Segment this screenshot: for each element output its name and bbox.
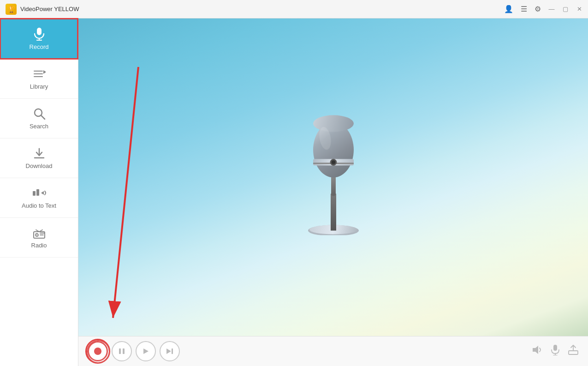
- maximize-button[interactable]: ▢: [562, 6, 569, 12]
- svg-rect-11: [36, 189, 39, 196]
- sidebar-label-search: Search: [30, 123, 48, 130]
- sidebar-label-radio: Radio: [31, 242, 47, 249]
- sidebar-item-library[interactable]: Library: [0, 59, 78, 99]
- title-bar-left: 🏆 VideoPower YELLOW: [6, 4, 79, 15]
- sidebar-item-radio[interactable]: Radio: [0, 218, 78, 258]
- svg-rect-34: [172, 348, 173, 354]
- pause-icon: [118, 348, 125, 355]
- sidebar-label-library: Library: [30, 83, 48, 90]
- microphone2-icon[interactable]: [550, 344, 560, 358]
- search-icon: [33, 107, 46, 120]
- svg-rect-36: [553, 345, 557, 351]
- controls-bar: [78, 336, 588, 366]
- svg-line-8: [41, 115, 45, 119]
- microphone-icon: [32, 27, 46, 41]
- volume-icon[interactable]: [532, 345, 543, 358]
- play-button[interactable]: [136, 341, 156, 361]
- audio-to-text-icon: [32, 186, 47, 199]
- svg-rect-19: [331, 194, 336, 231]
- svg-point-25: [332, 161, 335, 164]
- content-background: [78, 18, 588, 336]
- svg-rect-30: [119, 348, 121, 354]
- right-controls: [532, 344, 579, 358]
- sidebar-label-audio-to-text: Audio to Text: [22, 202, 56, 209]
- minimize-button[interactable]: —: [548, 6, 555, 12]
- skip-button[interactable]: [160, 341, 180, 361]
- sidebar: Record Library Search: [0, 18, 78, 366]
- record-button[interactable]: [88, 341, 108, 361]
- svg-line-29: [113, 67, 138, 318]
- svg-rect-0: [37, 28, 42, 35]
- svg-point-14: [36, 234, 37, 235]
- close-button[interactable]: ✕: [576, 6, 582, 12]
- main-container: Record Library Search: [0, 18, 588, 366]
- user-icon[interactable]: 👤: [504, 5, 513, 13]
- svg-marker-6: [43, 70, 46, 74]
- settings-icon[interactable]: ⚙: [535, 5, 541, 13]
- sidebar-item-record[interactable]: Record: [0, 18, 78, 59]
- play-icon: [142, 348, 149, 355]
- sidebar-item-search[interactable]: Search: [0, 99, 78, 138]
- sidebar-item-download[interactable]: Download: [0, 138, 78, 178]
- sidebar-label-record: Record: [30, 43, 49, 50]
- svg-marker-33: [166, 348, 171, 354]
- list-icon[interactable]: ☰: [521, 5, 527, 13]
- svg-rect-31: [123, 348, 125, 354]
- record-dot: [94, 348, 101, 355]
- microphone-illustration: [292, 88, 375, 237]
- svg-point-26: [313, 115, 354, 132]
- svg-marker-32: [143, 348, 148, 354]
- title-bar: 🏆 VideoPower YELLOW 👤 ☰ ⚙ — ▢ ✕: [0, 0, 588, 18]
- pause-button[interactable]: [112, 341, 132, 361]
- skip-icon: [166, 348, 174, 355]
- download-icon: [33, 147, 46, 160]
- content-area: [78, 18, 588, 366]
- export-icon[interactable]: [568, 344, 579, 358]
- radio-icon: [32, 226, 46, 239]
- sidebar-item-audio-to-text[interactable]: Audio to Text: [0, 178, 78, 218]
- svg-rect-39: [569, 351, 578, 354]
- app-title: VideoPower YELLOW: [20, 6, 79, 12]
- app-logo: 🏆: [6, 4, 17, 15]
- svg-rect-10: [33, 191, 36, 196]
- library-icon: [32, 67, 46, 80]
- svg-marker-35: [533, 346, 538, 354]
- sidebar-label-download: Download: [26, 162, 53, 169]
- title-bar-controls: 👤 ☰ ⚙ — ▢ ✕: [504, 5, 582, 13]
